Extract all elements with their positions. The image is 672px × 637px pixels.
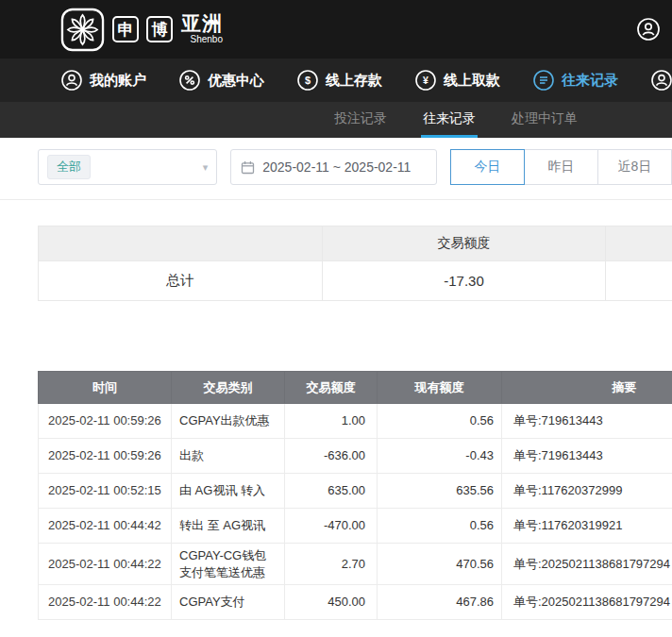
cell-balance: 0.56 [378,509,502,544]
cell-amount: 2.70 [285,544,378,585]
cell-summary: 单号:2025021138681797294 [502,585,672,620]
cell-type: 由 AG视讯 转入 [172,474,285,509]
cell-balance: 635.56 [378,474,502,509]
nav-label: 线上存款 [326,72,382,90]
header-time: 时间 [39,372,172,404]
records-table-wrap: 时间 交易类别 交易额度 现有额度 摘要 2025-02-11 00:59:26… [38,371,672,620]
cell-amount: 1.00 [285,404,378,439]
chevron-down-icon: ▾ [203,161,209,174]
cell-amount: 635.00 [285,474,378,509]
cell-type: CGPAY支付 [172,585,285,620]
cell-summary: 单号:719613443 [502,439,672,474]
cell-amount: 450.00 [285,585,378,620]
nav-item-deposit[interactable]: $ 线上存款 [296,69,382,92]
cell-summary: 单号:719613443 [502,404,672,439]
nav-item-more[interactable] [650,69,672,92]
svg-text:$: $ [305,75,311,86]
tab-transaction-records[interactable]: 往来记录 [421,102,478,138]
records-icon [532,69,555,92]
cell-time: 2025-02-11 00:52:15 [39,474,172,509]
nav-label: 往来记录 [562,72,618,90]
cell-time: 2025-02-11 00:44:22 [39,585,172,620]
main-nav: 我的账户 优惠中心 $ 线上存款 ¥ 线上取款 往来记录 [0,59,672,102]
cell-balance: 0.56 [378,404,502,439]
nav-item-transaction-records[interactable]: 往来记录 [532,69,618,92]
table-row: 2025-02-11 00:44:42 转出 至 AG视讯 -470.00 0.… [39,509,672,544]
brand-region: 亚洲 [181,13,223,34]
calendar-icon [241,160,255,175]
yesterday-button[interactable]: 昨日 [524,149,598,185]
promotions-icon [178,69,201,92]
summary-total-cut [606,261,672,301]
brand-logo[interactable]: 申 博 亚洲 Shenbo [60,8,223,52]
header-amount: 交易额度 [285,372,378,404]
cell-balance: 470.56 [378,544,502,585]
nav-label: 线上取款 [444,72,500,90]
summary-header-row: 交易额度 [39,226,672,261]
brand-char-bo: 博 [146,16,173,42]
date-range-picker[interactable]: 2025-02-11 ~ 2025-02-11 [230,149,437,185]
nav-label: 优惠中心 [208,72,264,90]
filter-bar: 全部 ▾ 2025-02-11 ~ 2025-02-11 今日 昨日 近8日 [38,149,672,185]
cell-balance: 467.86 [378,585,502,620]
nav-item-promotions[interactable]: 优惠中心 [178,69,264,92]
cell-summary: 单号:117620372999 [502,474,672,509]
cell-time: 2025-02-11 00:44:22 [39,544,172,585]
type-select-value: 全部 [47,155,91,179]
deposit-icon: $ [296,69,319,92]
summary-header-amount: 交易额度 [323,226,606,261]
brand-char-shen: 申 [112,16,139,42]
summary-total-label: 总计 [39,261,323,301]
cell-amount: -470.00 [285,509,378,544]
cell-time: 2025-02-11 00:59:26 [39,439,172,474]
summary-table-wrap: 交易额度 总计 -17.30 [38,226,672,301]
tab-processing-orders[interactable]: 处理中订单 [510,102,580,138]
tab-betting-records[interactable]: 投注记录 [332,102,389,138]
cell-summary: 单号:2025021138681797294 [502,544,672,585]
cell-balance: -0.43 [378,439,502,474]
cell-type: CGPAY出款优惠 [172,404,285,439]
section-divider [0,199,672,200]
summary-total-row: 总计 -17.30 [39,261,672,301]
summary-header-empty [39,226,323,261]
nav-item-withdraw[interactable]: ¥ 线上取款 [414,69,500,92]
table-row: 2025-02-11 00:44:22 CGPAY支付 450.00 467.8… [39,585,672,620]
cell-summary: 单号:117620319921 [502,509,672,544]
header-type: 交易类别 [172,372,285,404]
withdraw-icon: ¥ [414,69,437,92]
cell-time: 2025-02-11 00:44:42 [39,509,172,544]
records-header-row: 时间 交易类别 交易额度 现有额度 摘要 [39,372,672,404]
table-row: 2025-02-11 00:59:26 出款 -636.00 -0.43 单号:… [39,439,672,474]
summary-table: 交易额度 总计 -17.30 [38,226,672,301]
summary-total-value: -17.30 [323,261,606,301]
header-balance: 现有额度 [378,372,502,404]
date-range-value: 2025-02-11 ~ 2025-02-11 [262,159,411,175]
quick-date-buttons: 今日 昨日 近8日 [450,149,672,185]
today-button[interactable]: 今日 [450,149,525,185]
svg-text:¥: ¥ [423,75,428,86]
flower-logo-icon [60,8,105,52]
records-table: 时间 交易类别 交易额度 现有额度 摘要 2025-02-11 00:59:26… [38,371,672,620]
nav-item-my-account[interactable]: 我的账户 [60,69,146,92]
last-8-days-button[interactable]: 近8日 [597,149,672,185]
account-icon [60,69,83,92]
brand-subtitle: Shenbo [181,35,223,45]
more-nav-icon [650,69,672,92]
table-row: 2025-02-11 00:44:22 CGPAY-CG钱包支付笔笔送优惠 2.… [39,544,672,585]
summary-header-cut [606,226,672,261]
cell-amount: -636.00 [285,439,378,474]
table-row: 2025-02-11 00:59:26 CGPAY出款优惠 1.00 0.56 … [39,404,672,439]
top-header: 申 博 亚洲 Shenbo [0,0,672,59]
account-circle-icon[interactable] [636,17,661,45]
nav-label: 我的账户 [90,72,146,90]
type-select[interactable]: 全部 ▾ [38,149,217,185]
cell-time: 2025-02-11 00:59:26 [39,404,172,439]
cell-type: 转出 至 AG视讯 [172,509,285,544]
cell-type: 出款 [172,439,285,474]
header-summary: 摘要 [502,372,672,404]
table-row: 2025-02-11 00:52:15 由 AG视讯 转入 635.00 635… [39,474,672,509]
cell-type: CGPAY-CG钱包支付笔笔送优惠 [172,544,285,585]
sub-nav: 投注记录 往来记录 处理中订单 [0,102,672,138]
